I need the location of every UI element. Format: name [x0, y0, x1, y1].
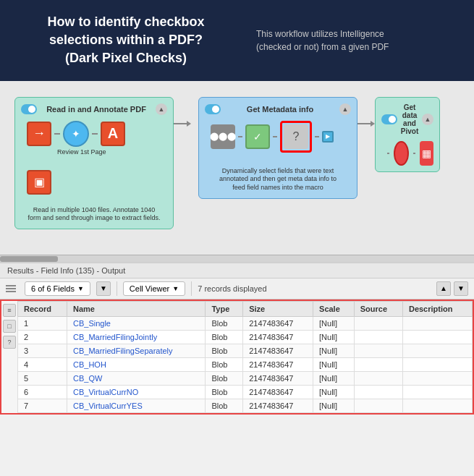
- toolbar-divider2: [191, 281, 192, 296]
- left-panel-icons: [6, 285, 16, 292]
- cell-name: CB_VirtualCurrNO: [67, 385, 205, 399]
- side-icon-doc[interactable]: □: [3, 320, 16, 333]
- fields-dropdown-btn[interactable]: 6 of 6 Fields ▼: [25, 281, 90, 296]
- cell-size: 2147483647: [243, 357, 313, 371]
- cell-description: [402, 344, 472, 357]
- side-icons: ≡ □ ?: [1, 301, 17, 352]
- table-row[interactable]: 7CB_VirtualCurrYESBlob2147483647[Null]: [18, 399, 473, 412]
- cell-type: Blob: [206, 344, 243, 357]
- cell-scale: [Null]: [313, 371, 355, 385]
- arrow-g2-g3: [357, 97, 375, 140]
- node-red-circle[interactable]: [394, 141, 409, 166]
- icon-line1: [6, 285, 16, 286]
- col-header-type: Type: [206, 301, 243, 316]
- node-annotate[interactable]: ✦: [63, 121, 89, 147]
- cell-scale: [Null]: [313, 330, 355, 344]
- group3-collapse[interactable]: ▲: [422, 114, 433, 125]
- node-dynamic1[interactable]: ⬤⬤⬤: [211, 124, 235, 149]
- cell-record: 7: [18, 399, 67, 412]
- cell-source: [354, 344, 402, 357]
- cell-name: CB_QW: [67, 371, 205, 385]
- cell-type: Blob: [206, 371, 243, 385]
- group3-title: Get data and Pivot: [397, 103, 422, 135]
- group1-read-annotate: Read in and Annotate PDF ▲ → ✦ A Review …: [14, 97, 174, 229]
- records-label: 7 records displayed: [198, 284, 266, 293]
- table-row[interactable]: 3CB_MarriedFilingSeparatelyBlob214748364…: [18, 344, 473, 357]
- cell-description: [402, 371, 472, 385]
- cell-source: [354, 371, 402, 385]
- cell-name: CB_MarriedFilingSeparately: [67, 344, 205, 357]
- cell-record: 1: [18, 316, 67, 330]
- cell-record: 5: [18, 371, 67, 385]
- cell-type: Blob: [206, 385, 243, 399]
- group3-pivot: Get data and Pivot ▲ ▦: [375, 97, 440, 172]
- cell-name: CB_MarriedFilingJointly: [67, 330, 205, 344]
- cell-source: [354, 385, 402, 399]
- cell-scale: [Null]: [313, 316, 355, 330]
- cell-scale: [Null]: [313, 399, 355, 412]
- cell-source: [354, 357, 402, 371]
- node-check[interactable]: ✓: [245, 124, 270, 149]
- group1-collapse[interactable]: ▲: [156, 103, 167, 115]
- col-header-scale: Scale: [313, 301, 355, 316]
- cell-name: CB_VirtualCurrYES: [67, 399, 205, 412]
- col-header-source: Source: [354, 301, 402, 316]
- group1-toggle[interactable]: [21, 104, 37, 114]
- group1-title: Read in and Annotate PDF: [37, 105, 156, 114]
- icon-line3: [6, 291, 16, 292]
- cell-scale: [Null]: [313, 357, 355, 371]
- node-table[interactable]: ▦: [420, 141, 433, 166]
- cell-viewer-btn[interactable]: Cell Viewer ▼: [123, 281, 185, 296]
- group2-toggle[interactable]: [205, 104, 221, 114]
- cell-type: Blob: [206, 316, 243, 330]
- cell-size: 2147483647: [243, 399, 313, 412]
- node-question[interactable]: ?: [284, 124, 308, 149]
- node-select[interactable]: ▣: [27, 170, 51, 195]
- cell-size: 2147483647: [243, 330, 313, 344]
- results-header-text: Results - Field Info (135) - Output: [7, 266, 125, 275]
- cell-type: Blob: [206, 357, 243, 371]
- table-row[interactable]: 2CB_MarriedFilingJointlyBlob2147483647[N…: [18, 330, 473, 344]
- viewer-dropdown-icon: ▼: [172, 285, 179, 292]
- arrow-g1-g2: [174, 97, 191, 140]
- table-wrapper: ≡ □ ? Record Name Type Size Scale Source…: [0, 299, 474, 415]
- nav-up-btn[interactable]: ▲: [436, 281, 451, 296]
- table-row[interactable]: 6CB_VirtualCurrNOBlob2147483647[Null]: [18, 385, 473, 399]
- icon-line2: [6, 288, 16, 289]
- table-row[interactable]: 1CB_SingleBlob2147483647[Null]: [18, 316, 473, 330]
- col-header-description: Description: [402, 301, 472, 316]
- cell-record: 3: [18, 344, 67, 357]
- fields-down-btn[interactable]: ▼: [96, 281, 111, 296]
- col-header-size: Size: [243, 301, 313, 316]
- side-icon-list[interactable]: ≡: [3, 304, 16, 317]
- toolbar-divider1: [117, 281, 117, 296]
- cell-type: Blob: [206, 330, 243, 344]
- group2-title: Get Metadata info: [221, 105, 339, 114]
- workflow-scrollbar[interactable]: [0, 255, 474, 262]
- table-header-row: Record Name Type Size Scale Source Descr…: [18, 301, 473, 316]
- group3-toggle[interactable]: [381, 114, 397, 124]
- cell-description: [402, 399, 472, 412]
- table-row[interactable]: 4CB_HOHBlob2147483647[Null]: [18, 357, 473, 371]
- cell-size: 2147483647: [243, 316, 313, 330]
- cell-record: 6: [18, 385, 67, 399]
- group2-collapse[interactable]: ▲: [339, 103, 351, 115]
- node-connector-right: ▶: [322, 131, 334, 143]
- cell-scale: [Null]: [313, 385, 355, 399]
- node-text-a[interactable]: A: [101, 122, 125, 146]
- cell-description: [402, 316, 472, 330]
- data-table: Record Name Type Size Scale Source Descr…: [17, 301, 473, 413]
- nav-down-btn[interactable]: ▼: [454, 281, 468, 296]
- cell-description: [402, 357, 472, 371]
- col-header-record: Record: [18, 301, 67, 316]
- node-input[interactable]: →: [27, 122, 51, 146]
- header-title: How to identify checkboxselections withi…: [17, 13, 234, 68]
- cell-name: CB_Single: [67, 316, 205, 330]
- fields-label: 6 of 6 Fields: [31, 284, 75, 293]
- table-row[interactable]: 5CB_QWBlob2147483647[Null]: [18, 371, 473, 385]
- cell-source: [354, 399, 402, 412]
- scroll-thumb[interactable]: [0, 256, 58, 262]
- side-icon-help[interactable]: ?: [3, 336, 16, 349]
- dropdown-arrow-icon: ▼: [77, 285, 84, 292]
- cell-size: 2147483647: [243, 344, 313, 357]
